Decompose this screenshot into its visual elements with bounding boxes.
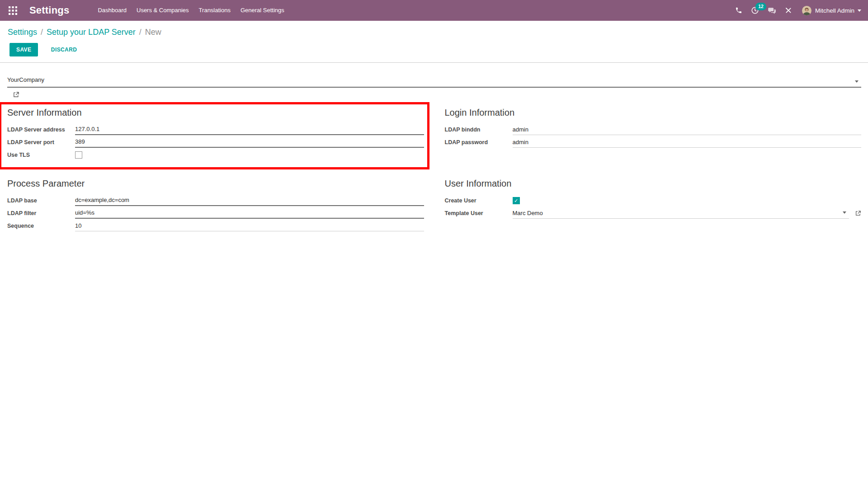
form-sheet: YourCompany Server InformationLDAP Serve… (0, 63, 868, 245)
save-button[interactable]: SAVE (9, 43, 38, 56)
create-user-checkbox[interactable]: ✓ (513, 197, 520, 204)
template-user-field (513, 208, 849, 219)
sequence-input[interactable] (75, 221, 424, 231)
activity-count-badge: 12 (755, 3, 766, 10)
breadcrumb-current: New (145, 28, 161, 37)
breadcrumb-link-settings[interactable]: Settings (8, 28, 37, 37)
field-control (75, 208, 424, 219)
ldap-server-port-label: LDAP Server port (7, 139, 75, 145)
field-control (75, 151, 424, 159)
ldap-binddn-input[interactable] (513, 125, 862, 135)
activity-clock-icon[interactable]: 12 (751, 6, 759, 14)
ldap-server-address-label: LDAP Server address (7, 127, 75, 133)
form-grid: Server InformationLDAP Server addressLDA… (7, 108, 861, 245)
user-name: Mitchell Admin (815, 7, 854, 14)
sequence-label: Sequence (7, 223, 75, 229)
check-icon: ✓ (514, 198, 518, 203)
external-link-icon[interactable] (855, 210, 861, 216)
field-control (75, 137, 424, 148)
topbar-menu-users-companies[interactable]: Users & Companies (132, 0, 194, 21)
breadcrumb-link-setup-your-ldap-server[interactable]: Setup your LDAP Server (47, 28, 136, 37)
breadcrumb-separator: / (41, 28, 43, 37)
field-control (513, 137, 862, 148)
ldap-server-port-input[interactable] (75, 137, 424, 148)
field-row-ldap-base: LDAP base (7, 194, 424, 207)
topbar-menu-translations[interactable]: Translations (194, 0, 236, 21)
company-external-row (13, 91, 861, 99)
ldap-base-label: LDAP base (7, 197, 75, 204)
topbar-menu: DashboardUsers & CompaniesTranslationsGe… (93, 0, 289, 21)
create-user-label: Create User (445, 197, 513, 204)
section-title-process-parameter: Process Parameter (7, 178, 424, 189)
field-row-create-user: Create User✓ (445, 194, 862, 207)
field-row-ldap-server-address: LDAP Server address (7, 123, 424, 136)
user-menu[interactable]: Mitchell Admin (802, 6, 861, 15)
top-navbar: Settings DashboardUsers & CompaniesTrans… (0, 0, 868, 21)
ldap-binddn-label: LDAP binddn (445, 127, 513, 133)
template-user-label: Template User (445, 210, 513, 216)
template-user-input[interactable] (513, 208, 843, 218)
messages-icon[interactable] (768, 6, 776, 15)
breadcrumb: Settings/Setup your LDAP Server/New (8, 28, 861, 37)
breadcrumb-separator: / (139, 28, 142, 37)
ldap-base-input[interactable] (75, 195, 424, 206)
app-title[interactable]: Settings (29, 5, 69, 16)
form-section-process-parameter: Process ParameterLDAP baseLDAP filterSeq… (7, 178, 424, 232)
field-control (513, 208, 862, 219)
form-section-server-information: Server InformationLDAP Server addressLDA… (0, 102, 429, 169)
topbar-menu-general-settings[interactable]: General Settings (236, 0, 289, 21)
field-row-sequence: Sequence (7, 220, 424, 232)
form-section-login-information: Login InformationLDAP binddnLDAP passwor… (445, 108, 862, 149)
discard-button[interactable]: DISCARD (44, 43, 84, 56)
use-tls-checkbox[interactable] (75, 151, 82, 159)
company-field[interactable]: YourCompany (7, 75, 861, 88)
use-tls-label: Use TLS (7, 152, 75, 158)
topbar-menu-dashboard[interactable]: Dashboard (93, 0, 132, 21)
field-row-use-tls: Use TLS (7, 149, 424, 161)
ldap-password-label: LDAP password (445, 139, 513, 145)
caret-down-icon (858, 9, 861, 12)
field-row-ldap-filter: LDAP filter (7, 207, 424, 220)
field-row-template-user: Template User (445, 207, 862, 220)
ldap-password-input[interactable] (513, 137, 862, 148)
ldap-filter-input[interactable] (75, 208, 424, 219)
caret-down-icon[interactable] (843, 211, 846, 214)
field-control (75, 195, 424, 206)
caret-down-icon (855, 80, 859, 83)
field-row-ldap-binddn: LDAP binddn (445, 123, 862, 136)
developer-tools-icon[interactable] (785, 7, 792, 14)
user-avatar (802, 6, 811, 15)
company-value: YourCompany (7, 76, 44, 83)
ldap-server-address-input[interactable] (75, 124, 424, 135)
section-title-user-information: User Information (445, 178, 862, 189)
form-section-user-information: User InformationCreate User✓Template Use… (445, 178, 862, 220)
field-control (513, 125, 862, 135)
control-panel: Settings/Setup your LDAP Server/New SAVE… (0, 21, 868, 63)
field-control (75, 124, 424, 135)
apps-menu-icon[interactable] (9, 6, 18, 15)
phone-icon[interactable] (735, 7, 742, 14)
field-control (75, 221, 424, 231)
button-row: SAVE DISCARD (7, 43, 861, 56)
external-link-icon[interactable] (13, 91, 19, 98)
field-row-ldap-server-port: LDAP Server port (7, 136, 424, 149)
section-title-login-information: Login Information (445, 108, 862, 118)
systray: 12 Mitchell Admin (726, 6, 861, 15)
section-title-server-information: Server Information (7, 108, 424, 118)
field-row-ldap-password: LDAP password (445, 136, 862, 149)
ldap-filter-label: LDAP filter (7, 210, 75, 216)
field-control: ✓ (513, 197, 862, 204)
